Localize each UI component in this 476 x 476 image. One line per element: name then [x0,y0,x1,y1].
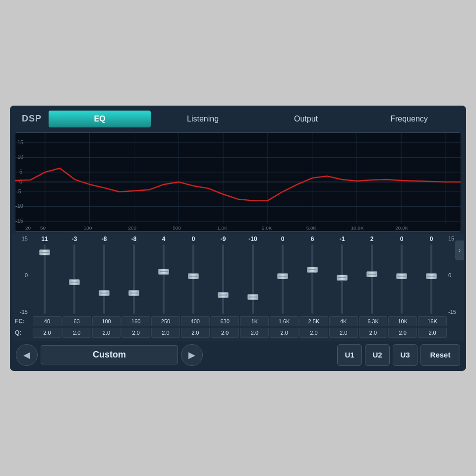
fader-col-5: 0 [178,236,208,315]
fc-cell-4[interactable]: 250 [151,316,180,326]
svg-text:1.0K: 1.0K [217,225,228,231]
q-cell-10[interactable]: 2.0 [329,328,358,338]
svg-text:500: 500 [173,225,181,231]
svg-text:50: 50 [40,225,46,231]
fc-cell-2[interactable]: 100 [92,316,121,326]
q-cell-12[interactable]: 2.0 [388,328,417,338]
fader-track-11[interactable] [371,244,373,314]
fader-track-0[interactable] [44,244,46,314]
fader-track-10[interactable] [341,244,343,314]
fader-col-11: 2 [357,236,387,315]
fader-track-1[interactable] [73,244,75,314]
fader-track-9[interactable] [311,244,313,314]
faders-section: 15 0 -15 11-3-8-840-9-1006-1200 15 0 -15… [12,234,464,341]
fc-cell-12[interactable]: 10K [388,316,417,326]
fader-track-12[interactable] [401,244,403,314]
fc-cell-11[interactable]: 6.3K [359,316,388,326]
fader-handle-1[interactable] [69,279,80,285]
tab-listening[interactable]: Listening [152,111,254,127]
u2-button[interactable]: U2 [365,344,390,366]
fader-handle-6[interactable] [218,292,229,298]
u3-button[interactable]: U3 [393,344,417,366]
q-cell-5[interactable]: 2.0 [181,328,210,338]
q-cell-4[interactable]: 2.0 [151,328,180,338]
q-cell-1[interactable]: 2.0 [62,328,91,338]
prev-button[interactable]: ◀ [16,344,38,366]
fader-value-0: 11 [41,236,48,242]
tab-output[interactable]: Output [255,111,357,127]
fader-track-6[interactable] [222,244,224,314]
q-label: Q: [15,329,32,336]
fader-handle-5[interactable] [188,273,199,279]
fader-handle-8[interactable] [277,273,288,279]
fader-value-10: -1 [340,236,345,242]
fader-handle-11[interactable] [366,271,377,277]
fader-handle-13[interactable] [426,273,437,279]
fader-col-6: -9 [208,236,238,315]
fc-cell-5[interactable]: 400 [181,316,210,326]
preset-name-display[interactable]: Custom [41,345,178,364]
svg-text:15: 15 [17,139,23,145]
fc-cell-3[interactable]: 160 [121,316,150,326]
q-cell-2[interactable]: 2.0 [92,328,121,338]
svg-text:100: 100 [84,225,92,231]
q-row: Q: 2.02.02.02.02.02.02.02.02.02.02.02.02… [15,328,461,338]
fc-cell-7[interactable]: 1K [240,316,269,326]
svg-text:2.0K: 2.0K [262,225,272,231]
fader-track-8[interactable] [282,244,284,314]
fader-handle-10[interactable] [337,275,348,281]
fader-track-3[interactable] [133,244,135,314]
u1-button[interactable]: U1 [337,344,362,366]
reset-button[interactable]: Reset [420,344,460,366]
side-arrow[interactable]: › [455,240,464,260]
svg-text:200: 200 [128,225,136,231]
eq-graph[interactable]: 15 10 5 0 -5 -10 -15 20 50 100 200 500 1… [15,132,461,232]
fader-handle-2[interactable] [99,290,110,296]
fc-cells: 40631001602504006301K1.6K2.5K4K6.3K10K16… [32,316,447,326]
fc-cell-6[interactable]: 630 [211,316,239,326]
fader-track-4[interactable] [163,244,165,314]
q-cell-6[interactable]: 2.0 [211,328,239,338]
q-cell-13[interactable]: 2.0 [418,328,447,338]
fader-handle-3[interactable] [128,290,139,296]
fader-col-7: -10 [238,236,268,315]
q-cell-8[interactable]: 2.0 [270,328,298,338]
fader-handle-4[interactable] [158,269,169,275]
next-button[interactable]: ▶ [181,344,203,366]
tab-eq[interactable]: EQ [49,111,151,127]
fader-track-13[interactable] [430,244,432,314]
faders-wrapper: 11-3-8-840-9-1006-1200 [30,236,446,315]
fc-cell-13[interactable]: 16K [418,316,447,326]
q-cell-0[interactable]: 2.0 [33,328,61,338]
q-cell-3[interactable]: 2.0 [121,328,150,338]
fader-track-2[interactable] [103,244,105,314]
fader-col-12: 0 [387,236,416,315]
dsp-label: DSP [16,111,48,127]
svg-text:10.0K: 10.0K [351,225,363,231]
fc-cell-10[interactable]: 4K [329,316,358,326]
svg-text:0: 0 [19,178,22,184]
fader-value-9: 6 [311,236,314,242]
q-cell-7[interactable]: 2.0 [240,328,269,338]
fader-col-8: 0 [268,236,298,315]
svg-text:5.0K: 5.0K [306,225,317,231]
svg-text:-15: -15 [15,218,23,224]
fc-cell-9[interactable]: 2.5K [299,316,328,326]
fc-row: FC: 40631001602504006301K1.6K2.5K4K6.3K1… [15,316,461,326]
fader-col-4: 4 [149,236,178,315]
fader-col-9: 6 [298,236,327,315]
fader-track-7[interactable] [252,244,254,314]
fc-cell-0[interactable]: 40 [33,316,61,326]
fader-col-1: -3 [60,236,89,315]
fader-handle-12[interactable] [396,273,407,279]
fader-handle-7[interactable] [247,294,258,300]
tab-bar: DSP EQ Listening Output Frequency [12,108,464,130]
fader-handle-0[interactable] [39,249,50,255]
fc-cell-8[interactable]: 1.6K [270,316,298,326]
fc-cell-1[interactable]: 63 [62,316,91,326]
fader-handle-9[interactable] [307,267,318,273]
tab-frequency[interactable]: Frequency [358,111,460,127]
fader-track-5[interactable] [192,244,194,314]
q-cell-9[interactable]: 2.0 [299,328,328,338]
q-cell-11[interactable]: 2.0 [359,328,388,338]
